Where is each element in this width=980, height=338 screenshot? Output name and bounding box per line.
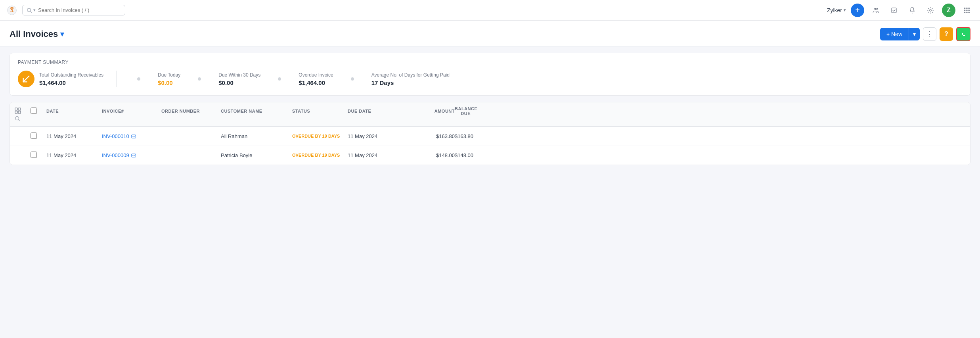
page-header: All Invoices ▾ + New ▾ ⋮ ? [0,21,980,46]
row2-invoice-number: INV-000009 [102,152,129,158]
svg-rect-15 [969,12,970,13]
svg-rect-22 [131,134,136,138]
outstanding-text: Total Outstanding Receivables $1,464.00 [39,72,103,86]
overdue-label: Overdue Invoice [299,72,333,78]
table-row: 11 May 2024 INV-000010 Ali Rahman OVERDU… [10,127,970,146]
due-within-30-metric: Due Within 30 Days $0.00 [190,72,270,86]
avg-days-label: Average No. of Days for Getting Paid [371,72,450,78]
svg-rect-8 [967,8,968,9]
svg-rect-10 [964,10,965,11]
user-avatar[interactable]: Z [942,4,955,17]
global-add-button[interactable]: + [851,4,864,17]
row2-status: OVERDUE BY 19 DAYS [292,152,348,158]
svg-point-3 [874,8,876,10]
col-amount-header: AMOUNT [403,109,455,113]
select-all-checkbox[interactable] [31,108,37,114]
org-selector[interactable]: Zylker ▾ [827,7,846,13]
separator-4 [351,77,354,81]
search-bar[interactable]: ▾ [22,5,125,15]
title-dropdown-icon[interactable]: ▾ [60,30,64,38]
more-options-button[interactable]: ⋮ [923,27,936,41]
col-customer-header: CUSTOMER NAME [221,109,292,113]
summary-metrics-row: Total Outstanding Receivables $1,464.00 … [18,71,962,87]
svg-rect-5 [892,8,896,13]
row2-date: 11 May 2024 [46,152,102,158]
app-logo[interactable] [6,5,17,16]
due-today-value: $0.00 [158,79,180,86]
contacts-icon-btn[interactable] [869,4,882,17]
svg-rect-12 [969,10,970,11]
row2-checkbox[interactable] [31,152,37,158]
row1-invoice-number: INV-000010 [102,133,129,139]
overdue-invoice-metric: Overdue Invoice $1,464.00 [270,72,343,86]
due-within-30-value: $0.00 [218,79,260,86]
outstanding-value: $1,464.00 [39,79,103,86]
row1-balance-due: $163.80 [455,133,471,139]
col-order-header: ORDER NUMBER [161,109,221,113]
avg-days-value: 17 Days [371,79,450,86]
invoices-table: DATE INVOICE# ORDER NUMBER CUSTOMER NAME… [10,102,970,165]
row2-due-date: 11 May 2024 [348,152,403,158]
page-title: All Invoices [10,29,58,39]
row1-status: OVERDUE BY 19 DAYS [292,133,348,139]
row1-invoice-link[interactable]: INV-000010 [102,133,161,139]
apps-grid-icon-btn[interactable] [960,4,974,17]
row2-amount: $148.00 [403,152,455,158]
new-button-dropdown[interactable]: ▾ [909,28,920,40]
whatsapp-button[interactable] [956,27,970,41]
col-due-date-header: DUE DATE [348,109,403,113]
svg-rect-18 [18,108,21,110]
search-shortcut-label: ▾ [33,8,36,13]
svg-point-4 [877,8,878,10]
col-date-header: DATE [46,109,102,113]
overdue-value: $1,464.00 [299,79,333,86]
row1-checkbox-cell[interactable] [31,133,46,140]
svg-rect-7 [964,8,965,9]
grid-view-toggle[interactable] [15,108,31,115]
new-button[interactable]: + New [880,28,909,40]
col-checkbox-header[interactable] [31,108,46,115]
row2-email-icon [131,153,136,158]
row2-checkbox-cell[interactable] [31,152,46,159]
payment-summary-card: Payment Summary Total Outstanding Receiv… [10,53,970,96]
separator-3 [278,77,281,81]
svg-rect-13 [964,12,965,13]
col-balance-header: BALANCE DUE [455,106,471,116]
row2-balance-due: $148.00 [455,152,471,158]
row1-email-icon [131,134,136,139]
row1-amount: $163.80 [403,133,455,139]
notifications-icon-btn[interactable] [905,4,919,17]
svg-point-6 [930,9,932,11]
top-navigation: ▾ Zylker ▾ + Z [0,0,980,21]
svg-rect-9 [969,8,970,9]
org-dropdown-icon: ▾ [844,8,846,13]
svg-rect-17 [15,108,17,110]
row1-checkbox[interactable] [31,133,37,139]
separator-1 [137,77,140,81]
row2-invoice-link[interactable]: INV-000009 [102,152,161,158]
row1-due-date: 11 May 2024 [348,133,403,139]
main-content: Payment Summary Total Outstanding Receiv… [0,46,980,338]
table-row: 11 May 2024 INV-000009 Patricia Boyle OV… [10,146,970,165]
svg-rect-20 [18,111,21,113]
tasks-icon-btn[interactable] [887,4,901,17]
search-input[interactable] [38,7,109,13]
settings-icon-btn[interactable] [924,4,937,17]
svg-rect-14 [967,12,968,13]
table-header-row: DATE INVOICE# ORDER NUMBER CUSTOMER NAME… [10,102,970,127]
org-name: Zylker [827,7,842,13]
total-outstanding-metric: Total Outstanding Receivables $1,464.00 [18,71,117,87]
due-today-label: Due Today [158,72,180,78]
due-today-metric: Due Today $0.00 [129,72,190,86]
payment-summary-title: Payment Summary [18,60,962,65]
header-actions: + New ▾ ⋮ ? [880,27,970,41]
col-status-header: STATUS [292,109,348,113]
row1-date: 11 May 2024 [46,133,102,139]
search-icon: ▾ [27,8,36,13]
outstanding-label: Total Outstanding Receivables [39,72,103,78]
svg-rect-19 [15,111,17,113]
outstanding-icon [18,71,34,87]
col-search-header[interactable] [15,116,31,122]
help-button[interactable]: ? [940,27,953,41]
col-invoice-header: INVOICE# [102,109,161,113]
